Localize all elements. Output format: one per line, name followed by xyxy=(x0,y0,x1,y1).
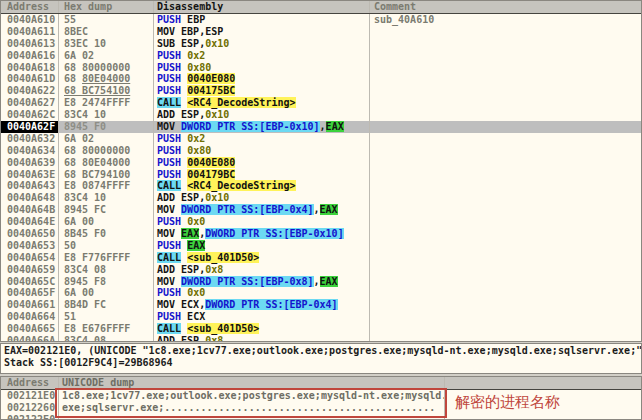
disasm-row[interactable]: 0040A65350PUSH EAX xyxy=(1,240,641,252)
comment-cell xyxy=(369,38,641,50)
disasm-row[interactable]: 0040A61D68 80E04000PUSH 0040E080 xyxy=(1,73,641,85)
info-line-stack: Stack SS:[0012F9C4]=29B68964 xyxy=(4,357,641,369)
disasm-row[interactable]: 0040A643E8 0874FFFFCALL <RC4_DecodeStrin… xyxy=(1,180,641,192)
comment-cell xyxy=(369,192,641,204)
address-cell: 0040A634 xyxy=(1,145,58,157)
instruction-cell: SUB ESP,0x10 xyxy=(153,38,369,50)
address-cell: 0040A63E xyxy=(1,169,58,181)
dump-empty-cell xyxy=(444,414,641,420)
address-cell: 0040A632 xyxy=(1,133,58,145)
instruction-cell: PUSH 0040E080 xyxy=(153,73,369,85)
disasm-row[interactable]: 0040A6166A 02PUSH 0x2 xyxy=(1,50,641,62)
disasm-row[interactable]: 0040A63968 80E04000PUSH 0040E080 xyxy=(1,157,641,169)
instruction-cell: MOV ECX,DWORD PTR SS:[EBP-0x4] xyxy=(153,299,369,311)
comment-cell xyxy=(369,50,641,62)
address-cell: 0040A64B xyxy=(1,204,58,216)
dump-row[interactable]: 002122E0 xyxy=(1,414,641,420)
address-cell: 0040A61D xyxy=(1,73,58,85)
address-cell: 0040A643 xyxy=(1,180,58,192)
instruction-cell: MOV EBP,ESP xyxy=(153,26,369,38)
disasm-row[interactable]: 0040A654E8 F776FFFFCALL <sub_401D50> xyxy=(1,252,641,264)
hexdump-cell: 8945 F8 xyxy=(58,276,153,288)
address-cell: 0040A659 xyxy=(1,264,58,276)
instruction-cell: ADD ESP,0x10 xyxy=(153,109,369,121)
hexdump-cell: 8B4D FC xyxy=(58,299,153,311)
disasm-row[interactable]: 0040A6326A 02PUSH 0x2 xyxy=(1,133,641,145)
instruction-cell: CALL <sub_401D50> xyxy=(153,252,369,264)
comment-cell xyxy=(369,287,641,299)
dump-column-headers: Address UNICODE dump xyxy=(1,377,641,390)
hexdump-cell: 8945 F0 xyxy=(58,121,153,133)
column-header-comment: Comment xyxy=(369,1,641,13)
disasm-row[interactable]: 0040A62268 BC754100PUSH 004175BC xyxy=(1,85,641,97)
comment-cell xyxy=(369,276,641,288)
disasm-row[interactable]: 0040A61055PUSH EBPsub_40A610 xyxy=(1,14,641,26)
dump-column-header-address: Address xyxy=(1,377,58,389)
dump-address-cell: 00212260 xyxy=(1,402,58,414)
comment-cell xyxy=(369,216,641,228)
comment-cell xyxy=(369,145,641,157)
comment-cell xyxy=(369,121,641,133)
hexdump-cell: 83C4 08 xyxy=(58,335,153,342)
instruction-cell: CALL <RC4_DecodeString> xyxy=(153,180,369,192)
disasm-row[interactable]: 0040A64B8945 FCMOV DWORD PTR SS:[EBP-0x4… xyxy=(1,204,641,216)
dump-unicode-cell: exe;sqlservr.exe;.......................… xyxy=(58,402,444,414)
hexdump-cell: 8B45 F0 xyxy=(58,228,153,240)
disasm-row[interactable]: 0040A627E8 2474FFFFCALL <RC4_DecodeStrin… xyxy=(1,97,641,109)
address-cell: 0040A65C xyxy=(1,276,58,288)
instruction-cell: ADD ESP,0x8 xyxy=(153,264,369,276)
disasm-row[interactable]: 0040A65C8945 F8MOV DWORD PTR SS:[EBP-0x8… xyxy=(1,276,641,288)
address-cell: 0040A62C xyxy=(1,109,58,121)
hexdump-cell: 55 xyxy=(58,14,153,26)
comment-cell xyxy=(369,26,641,38)
hexdump-cell: 68 BC754100 xyxy=(58,85,153,97)
disasm-row[interactable]: 0040A665E8 E676FFFFCALL <sub_401D50> xyxy=(1,323,641,335)
disasm-row[interactable]: 0040A63468 80000000PUSH 0x80 xyxy=(1,145,641,157)
hexdump-cell: 68 80E04000 xyxy=(58,157,153,169)
comment-cell xyxy=(369,73,641,85)
instruction-cell: PUSH 0x2 xyxy=(153,133,369,145)
disasm-row[interactable]: 0040A62C83C4 10ADD ESP,0x10 xyxy=(1,109,641,121)
hexdump-cell: 8BEC xyxy=(58,26,153,38)
dump-address-cell: 002122E0 xyxy=(1,414,58,420)
instruction-cell: MOV DWORD PTR SS:[EBP-0x10],EAX xyxy=(153,121,369,133)
disasm-row[interactable]: 0040A61868 80000000PUSH 0x80 xyxy=(1,62,641,74)
hexdump-cell: 68 80000000 xyxy=(58,62,153,74)
address-cell: 0040A639 xyxy=(1,157,58,169)
disasm-row[interactable]: 0040A61383EC 10SUB ESP,0x10 xyxy=(1,38,641,50)
address-cell: 0040A616 xyxy=(1,50,58,62)
instruction-cell: PUSH 004179BC xyxy=(153,169,369,181)
disasm-row[interactable]: 0040A63E68 BC794100PUSH 004179BC xyxy=(1,169,641,181)
disasm-row[interactable]: 0040A66451PUSH ECX xyxy=(1,311,641,323)
instruction-cell: MOV DWORD PTR SS:[EBP-0x8],EAX xyxy=(153,276,369,288)
hexdump-cell: E8 E676FFFF xyxy=(58,323,153,335)
disasm-row[interactable]: 0040A6118BECMOV EBP,ESP xyxy=(1,26,641,38)
address-cell: 0040A613 xyxy=(1,38,58,50)
hexdump-cell: 83C4 10 xyxy=(58,109,153,121)
hexdump-cell: 50 xyxy=(58,240,153,252)
disasm-row[interactable]: 0040A64E6A 00PUSH 0x0 xyxy=(1,216,641,228)
address-cell: 0040A611 xyxy=(1,26,58,38)
address-cell: 0040A618 xyxy=(1,62,58,74)
hexdump-cell: 83C4 08 xyxy=(58,264,153,276)
disasm-row[interactable]: 0040A6618B4D FCMOV ECX,DWORD PTR SS:[EBP… xyxy=(1,299,641,311)
instruction-cell: PUSH EAX xyxy=(153,240,369,252)
disasm-row[interactable]: 0040A65983C4 08ADD ESP,0x8 xyxy=(1,264,641,276)
instruction-cell: PUSH 0040E080 xyxy=(153,157,369,169)
disasm-row[interactable]: 0040A66A83C4 08ADD ESP,0x8 xyxy=(1,335,641,342)
comment-cell xyxy=(369,157,641,169)
disasm-row[interactable]: 0040A65F6A 00PUSH 0x0 xyxy=(1,287,641,299)
instruction-cell: ADD ESP,0x8 xyxy=(153,335,369,342)
comment-cell xyxy=(369,264,641,276)
comment-cell xyxy=(369,169,641,181)
disassembly-panel: Address Hex dump Disassembly Comment 004… xyxy=(0,0,642,342)
dump-address-cell: 002121E0 xyxy=(1,390,58,402)
address-cell: 0040A648 xyxy=(1,192,58,204)
address-cell: 0040A654 xyxy=(1,252,58,264)
disasm-row[interactable]: 0040A6508B45 F0MOV EAX,DWORD PTR SS:[EBP… xyxy=(1,228,641,240)
disasm-row[interactable]: 0040A62F8945 F0MOV DWORD PTR SS:[EBP-0x1… xyxy=(1,121,641,133)
hexdump-cell: E8 0874FFFF xyxy=(58,180,153,192)
instruction-cell: ADD ESP,0x10 xyxy=(153,192,369,204)
dump-column-header-unicode: UNICODE dump xyxy=(58,377,444,389)
disasm-row[interactable]: 0040A64883C4 10ADD ESP,0x10 xyxy=(1,192,641,204)
